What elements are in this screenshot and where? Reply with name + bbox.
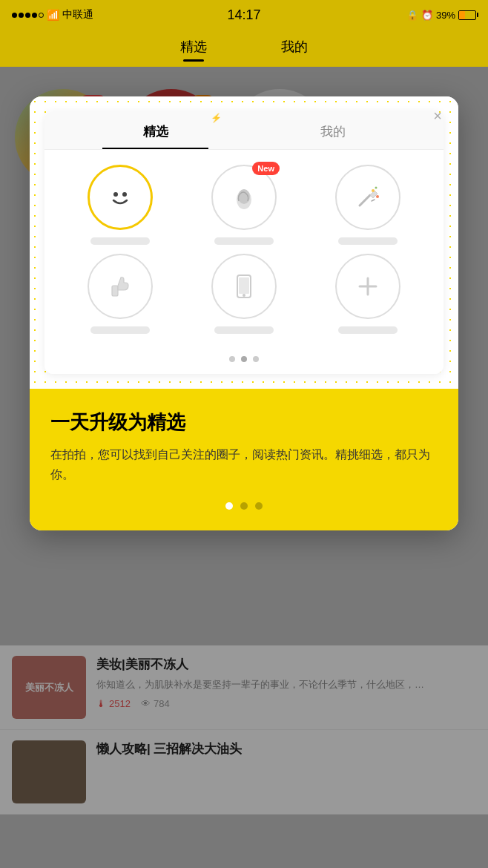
icon-label-thumbs bbox=[90, 326, 150, 334]
icon-circle-thumbs bbox=[88, 254, 153, 319]
svg-point-1 bbox=[113, 192, 118, 197]
svg-point-2 bbox=[122, 192, 127, 197]
muscle-icon bbox=[227, 180, 261, 214]
main-tab-bar: 精选 我的 bbox=[0, 30, 488, 67]
modal-dot-1 bbox=[225, 502, 233, 510]
tab-mine[interactable]: 我的 bbox=[281, 38, 308, 59]
signal-dot-2 bbox=[19, 13, 24, 18]
close-icon: × bbox=[433, 108, 442, 125]
inner-tab-mine[interactable]: 我的 bbox=[244, 111, 421, 149]
wifi-icon: 📶 bbox=[47, 9, 59, 21]
svg-point-0 bbox=[105, 183, 135, 212]
modal-yellow-section: 一天升级为精选 在拍拍，您可以找到自己关注的圈子，阅读热门资讯。精挑细选，都只为… bbox=[30, 389, 458, 530]
signal-dot-1 bbox=[12, 13, 17, 18]
thumbsup-icon bbox=[103, 269, 137, 303]
icon-cell-muscle[interactable]: New bbox=[186, 165, 301, 245]
signal-dots bbox=[12, 13, 44, 18]
emoji-icon bbox=[103, 180, 137, 214]
close-button[interactable]: × bbox=[427, 105, 448, 126]
status-right: 🔒 ⏰ 39% bbox=[406, 10, 476, 21]
battery-percent: 39% bbox=[436, 10, 455, 21]
modal-dot-2 bbox=[240, 502, 248, 510]
svg-point-7 bbox=[375, 187, 377, 189]
signal-dot-3 bbox=[25, 13, 30, 18]
icon-label-muscle bbox=[214, 237, 274, 245]
svg-rect-10 bbox=[239, 277, 249, 294]
signal-dot-5 bbox=[39, 13, 44, 18]
icon-cell-plus[interactable] bbox=[311, 254, 426, 334]
status-time: 14:17 bbox=[227, 7, 260, 23]
svg-point-6 bbox=[376, 195, 379, 198]
inner-dot-3 bbox=[253, 356, 259, 362]
icon-circle-emoji bbox=[88, 165, 153, 230]
lock-icon: 🔒 bbox=[406, 10, 418, 21]
new-badge: New bbox=[252, 162, 280, 175]
svg-point-11 bbox=[243, 294, 245, 297]
icon-circle-plus bbox=[335, 254, 400, 319]
inner-tab-featured[interactable]: 精选 bbox=[67, 111, 244, 149]
modal-yellow-title: 一天升级为精选 bbox=[50, 410, 438, 435]
inner-tab-bar: 精选 我的 bbox=[44, 111, 444, 150]
icon-circle-phone bbox=[211, 254, 277, 319]
modal-yellow-desc: 在拍拍，您可以找到自己关注的圈子，阅读热门资讯。精挑细选，都只为你。 bbox=[50, 444, 438, 484]
icon-cell-phone[interactable] bbox=[186, 254, 301, 334]
icon-label-phone bbox=[214, 326, 274, 334]
modal-dotted-bg: × 精选 我的 bbox=[30, 96, 458, 389]
party-icon bbox=[351, 180, 385, 214]
onboarding-modal: × 精选 我的 bbox=[30, 96, 458, 530]
plus-icon bbox=[351, 269, 385, 303]
icon-label-party bbox=[338, 237, 398, 245]
icon-circle-party bbox=[335, 165, 400, 230]
signal-dot-4 bbox=[32, 13, 37, 18]
icon-cell-thumbs[interactable] bbox=[62, 254, 177, 334]
status-bar: 📶 中联通 14:17 🔒 ⏰ 39% bbox=[0, 0, 488, 30]
inner-page-dots bbox=[44, 349, 444, 374]
alarm-icon: ⏰ bbox=[421, 10, 433, 21]
carrier-label: 中联通 bbox=[62, 8, 93, 22]
modal-dot-3 bbox=[255, 502, 263, 510]
svg-point-5 bbox=[372, 189, 375, 192]
icon-label-plus bbox=[338, 326, 398, 334]
modal-card: 精选 我的 bbox=[44, 111, 444, 374]
icon-circle-muscle: New bbox=[211, 165, 277, 230]
tab-featured[interactable]: 精选 bbox=[180, 38, 207, 59]
inner-dot-1 bbox=[229, 356, 235, 362]
battery-indicator bbox=[458, 10, 476, 20]
status-left: 📶 中联通 bbox=[12, 8, 93, 22]
inner-dot-2 bbox=[241, 356, 247, 362]
sticker-icon-grid: New bbox=[44, 150, 444, 349]
svg-rect-8 bbox=[112, 286, 118, 296]
icon-cell-party[interactable] bbox=[311, 165, 426, 245]
icon-cell-emoji[interactable] bbox=[62, 165, 177, 245]
phone-icon bbox=[227, 269, 261, 303]
modal-page-dots bbox=[50, 502, 438, 510]
icon-label-emoji bbox=[90, 237, 150, 245]
